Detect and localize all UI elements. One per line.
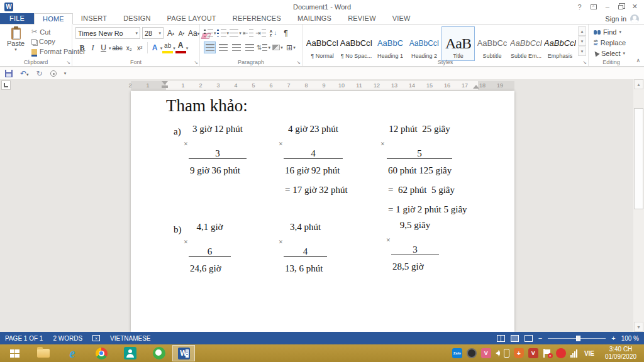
numbering-button[interactable]: ▾	[217, 27, 230, 39]
scroll-up-icon[interactable]: ▲	[634, 79, 643, 89]
paste-button[interactable]: Paste ▾	[4, 26, 28, 63]
ribbon-display-options-icon[interactable]: ˄	[591, 4, 597, 9]
subscript-button[interactable]: x₂	[124, 41, 135, 53]
web-layout-icon[interactable]	[525, 335, 533, 342]
zoom-in-icon[interactable]: +	[611, 335, 615, 341]
vertical-scrollbar[interactable]: ▲ ▼	[633, 79, 644, 332]
highlight-color-button[interactable]: ab	[162, 41, 173, 53]
undo-button[interactable]: ↶▾	[20, 69, 29, 78]
tab-stop-selector[interactable]	[1, 80, 11, 90]
zoom-out-icon[interactable]: −	[538, 335, 542, 341]
font-size-combobox[interactable]: 28 ▾	[142, 27, 164, 39]
clock[interactable]: 3:40 CH 01/09/2020	[601, 346, 640, 361]
scrollbar-thumb[interactable]	[634, 108, 643, 209]
page-indicator[interactable]: PAGE 1 OF 1	[5, 335, 43, 342]
network-signal-icon[interactable]	[570, 349, 577, 358]
save-button[interactable]	[5, 70, 13, 77]
v-red-tray-icon[interactable]: V	[528, 348, 538, 358]
multilevel-list-button[interactable]: ▾	[230, 27, 242, 39]
copy-button[interactable]: Copy	[31, 38, 55, 45]
red-circle-tray-icon[interactable]	[556, 348, 566, 358]
strikethrough-button[interactable]: abc	[111, 41, 124, 53]
touch-mode-button[interactable]	[50, 70, 57, 77]
restore-icon[interactable]	[618, 5, 623, 9]
superscript-button[interactable]: x²	[135, 41, 145, 53]
styles-more-icon[interactable]: ▾	[578, 47, 586, 56]
right-indent-marker[interactable]	[473, 85, 479, 89]
phone-tray-icon[interactable]	[504, 349, 509, 358]
help-icon[interactable]: ?	[578, 3, 582, 11]
tab-insert[interactable]: INSERT	[73, 13, 115, 24]
font-name-combobox[interactable]: Times New Ro ▾	[75, 27, 140, 39]
close-icon[interactable]: ✕	[632, 3, 638, 11]
tab-page-layout[interactable]: PAGE LAYOUT	[159, 13, 225, 24]
style-normal[interactable]: AaBbCcI ¶ Normal	[306, 26, 339, 61]
dialog-launcher-icon[interactable]: ↘	[582, 60, 587, 65]
tab-mailings[interactable]: MAILINGS	[289, 13, 340, 24]
scroll-down-icon[interactable]: ▼	[634, 322, 643, 332]
decrease-indent-button[interactable]: ⇤	[242, 27, 254, 39]
hanging-indent-marker[interactable]	[162, 85, 168, 88]
dialog-launcher-icon[interactable]: ↘	[66, 60, 70, 65]
align-left-button[interactable]	[204, 41, 216, 53]
start-button[interactable]	[0, 344, 29, 362]
coccoc-browser-icon[interactable]	[152, 346, 166, 360]
recorder-tray-icon[interactable]	[467, 348, 477, 358]
borders-button[interactable]: ⊞▾	[285, 41, 297, 53]
replace-button[interactable]: abac Replace	[594, 39, 626, 47]
antivirus-shield-icon[interactable]: +	[514, 348, 524, 358]
document-page[interactable]: Tham khảo: a) 3 giờ 12 phút × 3 9 giờ 36…	[131, 91, 514, 332]
underline-button[interactable]: U	[98, 41, 109, 53]
tab-references[interactable]: REFERENCES	[225, 13, 289, 24]
style-heading2[interactable]: AaBbCcI Heading 2	[408, 26, 441, 61]
customize-qat-icon[interactable]: ▾	[64, 71, 67, 76]
italic-button[interactable]: I	[87, 41, 98, 53]
cut-button[interactable]: ✂ Cut	[31, 28, 50, 36]
align-right-button[interactable]	[230, 41, 242, 53]
line-spacing-button[interactable]: ⇅▾	[257, 41, 270, 53]
minimize-icon[interactable]: –	[606, 3, 609, 11]
shading-button[interactable]: ▾	[272, 41, 284, 53]
zalo-tray-icon[interactable]: Zalo	[452, 348, 462, 358]
sort-button[interactable]: AZ↓	[267, 27, 279, 39]
bold-button[interactable]: B	[77, 41, 87, 53]
word-count[interactable]: 2 WORDS	[53, 335, 82, 342]
styles-scroll-down-icon[interactable]: ▾	[578, 36, 586, 46]
tab-design[interactable]: DESIGN	[115, 13, 158, 24]
tab-home[interactable]: HOME	[34, 13, 73, 25]
read-mode-icon[interactable]	[497, 335, 505, 342]
sign-in[interactable]: Sign in	[605, 13, 644, 24]
first-line-indent-marker[interactable]	[162, 81, 168, 85]
redo-button[interactable]: ↻	[36, 69, 43, 78]
grow-font-button[interactable]: A▴	[165, 27, 176, 39]
select-button[interactable]: Select ▾	[594, 50, 625, 57]
zoom-slider-thumb[interactable]	[576, 336, 580, 341]
style-subtitle[interactable]: AaBbCc Subtitle	[475, 26, 509, 61]
tab-view[interactable]: VIEW	[384, 13, 419, 24]
style-heading1[interactable]: AaBbC Heading 1	[374, 26, 407, 61]
zoom-level[interactable]: 100 %	[621, 335, 639, 342]
tab-review[interactable]: REVIEW	[340, 13, 384, 24]
bullets-button[interactable]: ▾	[204, 27, 216, 39]
volume-icon[interactable]	[496, 351, 499, 356]
v-pink-tray-icon[interactable]: V	[481, 348, 491, 358]
input-language-indicator[interactable]: VIE	[584, 350, 594, 357]
style-no-spacing[interactable]: AaBbCcI ¶ No Spac...	[340, 26, 373, 61]
find-button[interactable]: Find ▾	[594, 28, 621, 36]
word-taskbar-button[interactable]: W	[172, 345, 195, 361]
align-center-button[interactable]	[217, 41, 229, 53]
show-hide-pilcrow-button[interactable]: ¶	[280, 27, 292, 39]
collapse-ribbon-icon[interactable]: ∧	[636, 57, 640, 63]
language-indicator[interactable]: VIETNAMESE	[110, 335, 150, 342]
zoom-slider[interactable]	[548, 338, 606, 339]
action-center-flag-icon[interactable]: ×	[543, 349, 552, 358]
style-emphasis[interactable]: AaBbCcI Emphasis	[543, 26, 577, 61]
file-explorer-icon[interactable]	[36, 346, 50, 360]
print-layout-icon[interactable]	[511, 335, 519, 342]
teal-app-icon[interactable]	[123, 346, 137, 360]
tab-file[interactable]: FILE	[0, 13, 34, 24]
increase-indent-button[interactable]: ⇥	[255, 27, 267, 39]
dialog-launcher-icon[interactable]: ↘	[194, 60, 198, 65]
text-effects-button[interactable]: A	[150, 41, 160, 53]
styles-scroll-up-icon[interactable]: ▴	[578, 26, 586, 36]
